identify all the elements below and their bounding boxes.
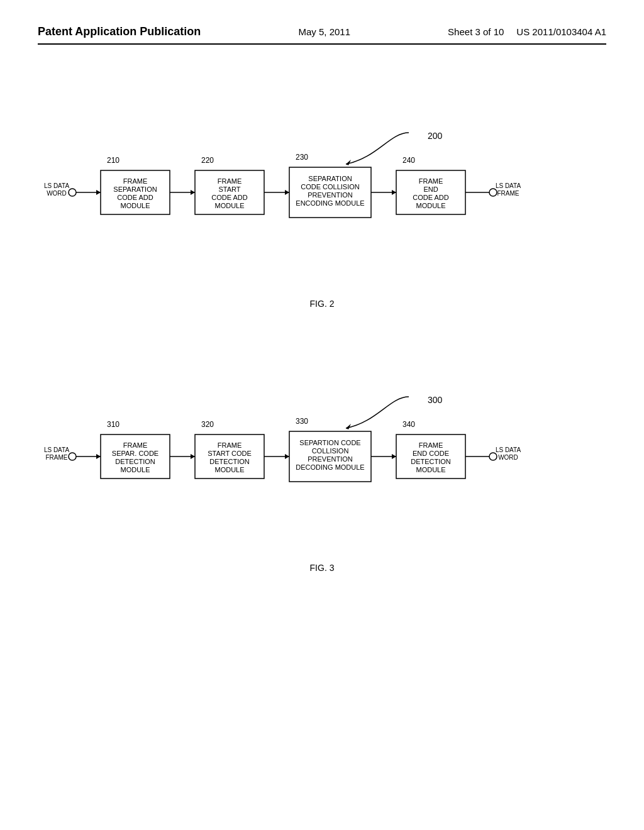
fig2-input-arrowhead: [96, 190, 101, 195]
fig3-label330: 330: [296, 417, 308, 426]
fig3-box310-line2: SEPAR. CODE: [112, 450, 158, 457]
fig2-label210: 210: [107, 156, 119, 165]
fig3-arrow-head: [346, 424, 351, 429]
fig2-box210-line4: MODULE: [120, 202, 150, 209]
fig3-box340-line1: FRAME: [419, 441, 443, 449]
fig3-box330-line3: PREVENTION: [308, 455, 353, 463]
fig2-box240-line4: MODULE: [416, 202, 445, 209]
fig3-output-circle: [489, 453, 497, 460]
fig3-box340-line3: DETECTION: [411, 458, 451, 465]
fig3-output-label2: WORD: [498, 454, 518, 461]
page: Patent Application Publication May 5, 20…: [0, 0, 644, 830]
fig2-box210-line2: SEPARATION: [113, 185, 157, 193]
fig3-input-label1: LS DATA: [44, 446, 70, 453]
fig2-caption: FIG. 2: [38, 299, 606, 309]
fig3-box340-line4: MODULE: [416, 466, 445, 473]
fig2-output-label1: LS DATA: [496, 182, 521, 189]
fig2-box240-line1: FRAME: [419, 177, 443, 185]
fig2-section: 200 LS DATA WORD 210 FRAME SEPARATION CO…: [38, 120, 606, 309]
page-header: Patent Application Publication May 5, 20…: [38, 25, 606, 45]
fig2-input-label1: LS DATA: [44, 182, 70, 189]
fig2-box210-line3: CODE ADD: [117, 194, 153, 201]
fig3-label340: 340: [402, 420, 415, 429]
fig3-box320-line2: START CODE: [208, 450, 252, 457]
fig3-output-label1: LS DATA: [496, 446, 521, 453]
fig2-box240-line2: END: [423, 185, 438, 193]
fig2-label230: 230: [296, 153, 308, 162]
fig2-box220-line4: MODULE: [214, 202, 244, 209]
fig2-box230-line2: CODE COLLISION: [301, 183, 360, 191]
fig2-box230-line1: SEPARATION: [308, 175, 352, 182]
fig2-label220: 220: [201, 156, 214, 165]
fig3-system-label: 300: [428, 395, 443, 405]
fig2-arrowhead210-220: [191, 190, 195, 195]
fig3-svg: 300 LS DATA FRAME 310 FRAME SEPAR. CODE …: [38, 384, 604, 548]
fig3-arrowhead310-320: [191, 454, 195, 459]
fig2-label240: 240: [402, 156, 415, 165]
fig3-input-label2: FRAME: [46, 454, 68, 461]
publication-title: Patent Application Publication: [38, 25, 201, 38]
fig3-input-arrowhead: [96, 454, 101, 459]
patent-number: US 2011/0103404 A1: [516, 26, 606, 37]
fig3-box310-line3: DETECTION: [115, 458, 155, 465]
fig2-arrowhead230-240: [392, 190, 396, 195]
fig3-system-arrow: [346, 397, 409, 428]
fig2-input-circle: [69, 189, 76, 196]
fig3-box330-line4: DECODING MODULE: [296, 463, 364, 471]
fig2-box210-line1: FRAME: [123, 177, 148, 185]
fig3-arrowhead330-340: [392, 454, 396, 459]
fig3-arrowhead320-330: [285, 454, 289, 459]
fig3-label310: 310: [107, 420, 119, 429]
fig2-box220-line1: FRAME: [218, 177, 242, 185]
fig3-box320-line1: FRAME: [218, 441, 242, 449]
fig3-box340-line2: END CODE: [413, 450, 449, 457]
fig3-section: 300 LS DATA FRAME 310 FRAME SEPAR. CODE …: [38, 384, 606, 573]
fig2-output-label2: FRAME: [497, 190, 519, 197]
fig3-box310-line4: MODULE: [120, 466, 150, 473]
publication-date: May 5, 2011: [298, 26, 350, 37]
fig2-box230-line3: PREVENTION: [308, 191, 353, 199]
fig2-box220-line2: START: [218, 185, 240, 193]
fig2-box230-line4: ENCODING MODULE: [296, 199, 364, 207]
fig3-box310-line1: FRAME: [123, 441, 148, 449]
fig3-box330-line2: COLLISION: [312, 447, 349, 455]
fig3-box330-line1: SEPARTION CODE: [299, 439, 360, 446]
fig3-caption: FIG. 3: [38, 563, 606, 573]
sheet-info: Sheet 3 of 10: [448, 26, 504, 37]
fig3-box320-line4: MODULE: [214, 466, 244, 473]
fig2-input-label2: WORD: [47, 190, 67, 197]
fig2-arrowhead220-230: [285, 190, 289, 195]
fig2-system-label: 200: [428, 131, 443, 141]
fig3-input-circle: [69, 453, 76, 460]
fig3-box320-line3: DETECTION: [209, 458, 250, 465]
fig2-output-circle: [489, 189, 497, 196]
fig3-label320: 320: [201, 420, 214, 429]
fig2-arrow-head: [346, 160, 351, 165]
fig2-system-arrow: [346, 133, 409, 164]
fig2-svg: 200 LS DATA WORD 210 FRAME SEPARATION CO…: [38, 120, 604, 284]
fig2-box240-line3: CODE ADD: [413, 194, 449, 201]
fig2-box220-line3: CODE ADD: [211, 194, 248, 201]
